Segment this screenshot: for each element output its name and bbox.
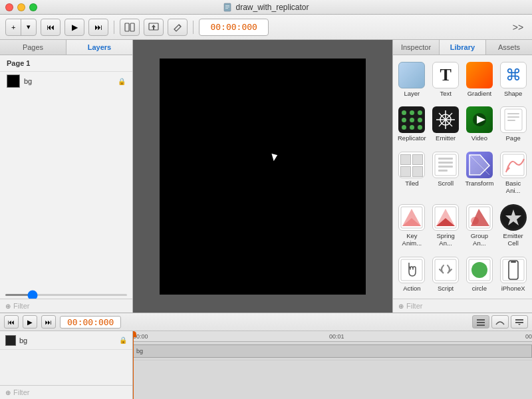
tab-inspector[interactable]: Inspector (393, 40, 440, 55)
lib-item-springani[interactable]: Spring An... (430, 200, 462, 251)
lib-item-scroll[interactable]: Scroll (430, 148, 462, 199)
add-icon[interactable]: + (6, 19, 21, 36)
timecode-display[interactable]: 00:00:000 (199, 19, 268, 36)
circle-icon (466, 257, 493, 283)
lib-item-emittercell[interactable]: Emitter Cell (497, 200, 529, 251)
tl-ruler: 00:0000:0100:02 (133, 331, 532, 342)
svg-rect-24 (438, 170, 448, 172)
view-layout-button[interactable] (120, 19, 140, 36)
zoom-slider[interactable] (5, 294, 127, 296)
filter-label: Filter (13, 302, 29, 310)
svg-rect-50 (515, 319, 523, 321)
svg-rect-47 (477, 319, 485, 321)
layers-spacer (0, 90, 132, 291)
tl-play-button[interactable]: ▶ (23, 315, 37, 329)
lib-item-action[interactable]: Action (396, 253, 428, 296)
lib-item-text[interactable]: TText (430, 58, 462, 101)
svg-rect-48 (477, 322, 485, 323)
svg-rect-5 (130, 23, 134, 31)
lib-item-emitter[interactable]: Emitter (430, 102, 462, 146)
add-dropdown-arrow[interactable]: ▾ (21, 19, 36, 36)
svg-rect-40 (401, 259, 422, 281)
right-panel-tabs: Inspector Library Assets (393, 40, 532, 55)
tab-layers[interactable]: Layers (66, 40, 132, 55)
separator-2 (193, 21, 194, 34)
rewind-button[interactable]: ⏮ (41, 19, 61, 36)
groupani-label: Group An... (465, 232, 495, 247)
lib-item-circle[interactable]: circle (464, 253, 496, 296)
tl-view-keyframes-btn[interactable] (511, 315, 528, 329)
tl-view-curves-btn[interactable] (491, 315, 509, 329)
layer-item-bg[interactable]: bg 🔒 (0, 72, 132, 90)
tl-timecode[interactable]: 00:00:000 (60, 316, 121, 329)
export-button[interactable] (144, 19, 164, 36)
canvas-area (133, 40, 392, 313)
edit-button[interactable] (168, 19, 188, 36)
lib-item-shape[interactable]: ⌘Shape (497, 58, 529, 101)
shape-label: Shape (504, 90, 522, 97)
tab-assets[interactable]: Assets (486, 40, 532, 55)
svg-rect-41 (435, 259, 456, 281)
tl-lock-icon: 🔒 (119, 336, 127, 344)
lib-item-layer[interactable]: Layer (396, 58, 428, 101)
lib-item-script[interactable]: Script (430, 253, 462, 296)
tl-track-area: 00:0000:0100:02 bg (133, 331, 532, 399)
more-button[interactable]: >> (509, 19, 527, 36)
main-area: Pages Layers Page 1 bg 🔒 ⊕ Filter Insp (0, 40, 532, 313)
tl-bg-track: bg (133, 342, 532, 360)
maximize-button[interactable] (29, 3, 37, 11)
keyanim-icon (398, 204, 425, 231)
right-filter-icon: ⊕ (398, 303, 404, 310)
basicani-label: Basic Ani... (498, 180, 528, 195)
canvas[interactable] (160, 59, 366, 295)
replicator-label: Replicator (398, 134, 426, 142)
tiled-icon (398, 152, 425, 178)
tab-pages[interactable]: Pages (0, 40, 66, 55)
lib-item-keyanim[interactable]: Key Anim... (396, 200, 428, 251)
svg-rect-20 (435, 154, 456, 176)
svg-rect-3 (225, 8, 228, 9)
tl-layer-thumbnail (5, 335, 16, 346)
lib-item-replicator[interactable]: Replicator (396, 102, 428, 146)
tl-layer-name: bg (19, 336, 116, 344)
close-button[interactable] (5, 3, 13, 11)
svg-point-43 (471, 262, 487, 278)
keyanim-label: Key Anim... (397, 232, 427, 247)
text-label: Text (440, 90, 451, 97)
fast-forward-button[interactable]: ⏭ (88, 19, 108, 36)
lib-item-gradient[interactable]: Gradient (464, 58, 496, 101)
svg-rect-1 (225, 5, 229, 6)
emittercell-label: Emitter Cell (498, 232, 528, 247)
lib-item-basicani[interactable]: Basic Ani... (497, 148, 529, 199)
lib-item-transform[interactable]: Transform (464, 148, 496, 199)
lib-item-iphonex[interactable]: iPhoneX (497, 253, 529, 296)
zoom-slider-container (0, 291, 132, 299)
timeline-content: bg 🔒 ⊕ Filter 00:0000:0100:02 bg (0, 331, 532, 399)
tl-layer-item-bg[interactable]: bg 🔒 (0, 331, 132, 350)
add-button[interactable]: + ▾ (5, 19, 37, 36)
tab-library[interactable]: Library (440, 40, 486, 55)
lib-item-groupani[interactable]: Group An... (464, 200, 496, 251)
tl-rewind-button[interactable]: ⏮ (4, 315, 19, 329)
lib-item-page[interactable]: Page (497, 102, 529, 146)
action-icon (398, 257, 425, 283)
separator-1 (114, 21, 114, 34)
page-icon (500, 106, 527, 133)
play-button[interactable]: ▶ (65, 19, 84, 36)
scroll-icon (432, 152, 459, 178)
script-label: Script (438, 285, 454, 292)
minimize-button[interactable] (17, 3, 25, 11)
tl-fast-forward-button[interactable]: ⏭ (41, 315, 56, 329)
transform-icon (466, 152, 493, 178)
emitter-icon (432, 106, 459, 133)
action-label: Action (403, 285, 420, 292)
tl-view-timeline-btn[interactable] (472, 315, 489, 329)
tl-track-bar[interactable]: bg (133, 344, 532, 358)
filter-icon: ⊕ (5, 303, 11, 310)
lib-item-video[interactable]: Video (464, 102, 496, 146)
lib-item-tiled[interactable]: Tiled (396, 148, 428, 199)
gradient-label: Gradient (467, 90, 491, 97)
left-panel: Pages Layers Page 1 bg 🔒 ⊕ Filter (0, 40, 133, 313)
tl-playhead[interactable] (133, 331, 134, 399)
window-title: draw_with_replicator (223, 3, 309, 12)
